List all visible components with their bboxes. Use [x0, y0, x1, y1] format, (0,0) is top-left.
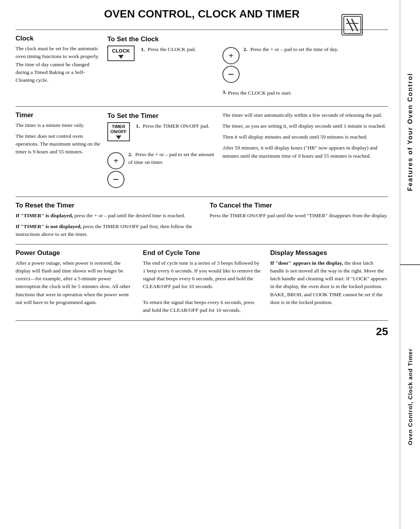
clock-heading: Clock — [16, 35, 101, 42]
tab-bottom: Oven Control, Clock and Timer — [400, 265, 420, 529]
reset-timer-bold2: If "TIMER" is not displayed, — [16, 223, 82, 229]
clock-step2-text: Press the + or – pad to set the time of … — [250, 46, 338, 52]
clock-step1: CLOCK 1. Press the CLOCK pad. — [107, 46, 216, 61]
clock-description: Clock The clock must be set for the auto… — [16, 35, 101, 100]
timer-plus-icon[interactable]: + — [107, 152, 124, 169]
clock-plus-minus-col: + − — [222, 43, 240, 85]
display-messages-col: Display Messages If "door" appears in th… — [270, 249, 388, 315]
cancel-timer-text: Press the TIMER ON/OFF pad until the wor… — [210, 212, 388, 220]
right-sidebar-tab: Features of Your Oven Control Oven Contr… — [400, 0, 420, 529]
clock-timer-divider — [16, 106, 388, 107]
timer-body2: The timer does not control oven operatio… — [16, 132, 101, 156]
end-of-cycle-col: End of Cycle Tone The end of cycle tone … — [143, 249, 261, 315]
power-outage-col: Power Outage After a power outage, when … — [16, 249, 133, 315]
clock-pad-triangle — [118, 55, 124, 59]
page-number: 25 — [376, 325, 388, 338]
end-of-cycle-text: The end of cycle tone is a series of 3 b… — [143, 259, 261, 315]
clock-steps-right: + − 2. Press the + or – pad to set the t… — [222, 35, 388, 100]
timer-pad-line1: TIMER — [112, 124, 125, 129]
clock-section: Clock The clock must be set for the auto… — [16, 35, 388, 100]
timer-step1-text: Press the TIMER ON/OFF pad. — [143, 123, 209, 129]
logo-icon — [343, 16, 362, 34]
title-divider — [16, 30, 388, 30]
clock-body: The clock must be set for the automatic … — [16, 45, 101, 84]
clock-step3-text: Press the CLOCK pad to start. — [228, 89, 292, 97]
timer-pad-button[interactable]: TIMER ON/OFF — [107, 122, 130, 141]
display-messages-bold1: If "door" appears in the display, — [270, 260, 343, 266]
page-number-row: 25 — [16, 325, 388, 338]
timer-minus-icon[interactable]: − — [107, 171, 124, 188]
reset-timer-col: To Reset the Timer If "TIMER" is display… — [16, 202, 194, 239]
tab-bottom-label: Oven Control, Clock and Timer — [407, 348, 413, 445]
timer-step1-number: 1. — [136, 123, 140, 129]
clock-plus-icon[interactable]: + — [222, 47, 240, 64]
timer-step2-text: Press the + or – pad to set the amount o… — [128, 151, 214, 165]
timer-instructions: To Set the Timer TIMER ON/OFF 1. Press t… — [107, 111, 216, 190]
bottom-divider — [16, 320, 388, 321]
clock-step2-number: 2. — [243, 46, 247, 52]
timer-step2-number: 2. — [128, 151, 132, 157]
cancel-timer-heading: To Cancel the Timer — [210, 202, 388, 209]
cancel-timer-col: To Cancel the Timer Press the TIMER ON/O… — [210, 202, 388, 239]
tab-top-label: Features of Your Oven Control — [406, 73, 414, 191]
power-outage-text: After a power outage, when power is rest… — [16, 259, 133, 307]
reset-cancel-section: To Reset the Timer If "TIMER" is display… — [16, 202, 388, 239]
display-messages-text1: the door latch handle is not moved all t… — [270, 260, 387, 305]
timer-pad-line2: ON/OFF — [110, 129, 127, 134]
tab-top: Features of Your Oven Control — [400, 0, 420, 265]
clock-step1-number: 1. — [141, 46, 145, 52]
timer-section: Timer The timer is a minute timer only. … — [16, 111, 388, 190]
timer-right-col: The timer will start automatically withi… — [222, 111, 388, 190]
reset-timer-text2: If "TIMER" is not displayed, press the T… — [16, 223, 194, 239]
clock-instructions: To Set the Clock CLOCK 1. Press the CLOC… — [107, 35, 216, 100]
logo-area — [341, 14, 365, 37]
bottom-section: Power Outage After a power outage, when … — [16, 249, 388, 315]
timer-pad-triangle — [116, 135, 121, 139]
display-messages-heading: Display Messages — [270, 249, 388, 257]
display-messages-text: If "door" appears in the display, the do… — [270, 259, 388, 307]
timer-reset-divider — [16, 197, 388, 197]
timer-right-p2: The timer, as you are setting it, will d… — [222, 122, 388, 130]
timer-body1: The timer is a minute timer only. — [16, 121, 101, 129]
set-timer-heading: To Set the Timer — [107, 112, 216, 120]
clock-step3-number: 3. — [222, 89, 226, 95]
logo-box — [341, 14, 363, 35]
svg-rect-0 — [344, 16, 361, 33]
timer-right-p4: After 59 minutes, it will display hours … — [222, 144, 388, 160]
clock-minus-icon[interactable]: − — [222, 66, 240, 83]
reset-bottom-divider — [16, 244, 388, 244]
end-of-cycle-heading: End of Cycle Tone — [143, 249, 261, 257]
clock-step1-text: Press the CLOCK pad. — [148, 46, 196, 52]
clock-step3: 3. Press the CLOCK pad to start. — [222, 89, 388, 97]
timer-right-p3: Then it will display minutes and seconds… — [222, 133, 388, 141]
timer-description: Timer The timer is a minute timer only. … — [16, 111, 101, 190]
timer-right-p1: The timer will start automatically withi… — [222, 111, 388, 119]
reset-timer-bold1: If "TIMER" is displayed, — [16, 213, 73, 218]
set-clock-heading: To Set the Clock — [107, 35, 216, 43]
timer-plus-minus-col: + − — [107, 148, 124, 190]
timer-step1: TIMER ON/OFF 1. Press the TIMER ON/OFF p… — [107, 122, 216, 145]
reset-timer-text1-body: press the + or – pad until the desired t… — [73, 213, 185, 218]
clock-pad-label: CLOCK — [112, 48, 130, 54]
reset-timer-heading: To Reset the Timer — [16, 202, 194, 209]
power-outage-heading: Power Outage — [16, 249, 133, 257]
reset-timer-text1: If "TIMER" is displayed, press the + or … — [16, 212, 194, 220]
clock-pad-button[interactable]: CLOCK — [107, 46, 135, 61]
page-title: OVEN CONTROL, CLOCK AND TIMER — [16, 8, 388, 23]
timer-heading: Timer — [16, 111, 101, 119]
